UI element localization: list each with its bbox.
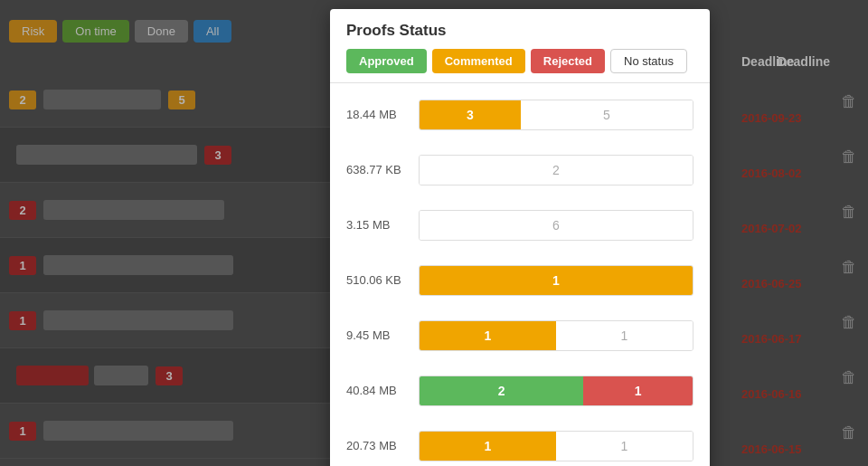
proofs-status-modal: Proofs Status Approved Commented Rejecte… [330,9,710,466]
bar-segment-green: 2 [420,376,583,405]
proof-row: 20.73 MB 1 1 [346,422,693,466]
proof-size: 18.44 MB [346,108,419,121]
bar-segment-orange: 3 [420,100,521,129]
filter-commented-button[interactable]: Commented [432,49,525,73]
proof-row: 40.84 MB 2 1 [346,366,693,414]
proof-row: 510.06 KB 1 [346,256,693,304]
proof-size: 20.73 MB [346,439,419,452]
proof-size: 638.77 KB [346,163,419,176]
proof-bar: 1 1 [419,431,693,461]
bar-segment-empty: 6 [420,211,693,240]
filter-nostatus-button[interactable]: No status [610,49,687,73]
proof-row: 638.77 KB 2 [346,146,693,194]
proof-size: 3.15 MB [346,218,419,232]
modal-filters: Approved Commented Rejected No status [346,49,693,73]
filter-approved-button[interactable]: Approved [346,49,427,73]
bar-segment-orange: 1 [420,432,556,461]
bar-segment-red: 1 [583,376,693,405]
proof-bar: 2 [419,155,693,185]
proof-size: 9.45 MB [346,328,419,342]
proof-row: 18.44 MB 3 5 [346,90,693,138]
bar-segment-empty: 1 [556,432,693,461]
bar-segment-orange: 1 [420,266,693,295]
proof-row: 3.15 MB 6 [346,201,693,249]
bar-segment-empty: 1 [556,321,693,350]
proof-row: 9.45 MB 1 1 [346,311,693,359]
proof-bar: 1 1 [419,320,693,351]
bar-segment-orange: 1 [420,321,556,350]
filter-rejected-button[interactable]: Rejected [531,49,605,73]
modal-header: Proofs Status Approved Commented Rejecte… [330,9,710,83]
modal-title: Proofs Status [346,22,693,40]
proof-bar: 1 [419,265,693,296]
proof-size: 40.84 MB [346,384,419,397]
bar-segment-empty: 2 [420,156,693,185]
proof-size: 510.06 KB [346,273,419,287]
proof-bar: 6 [419,210,693,241]
proof-bar: 3 5 [419,100,693,130]
modal-body: 18.44 MB 3 5 638.77 KB 2 3.15 MB 6 510.0… [330,83,710,466]
bar-segment-empty: 5 [521,100,693,129]
proof-bar: 2 1 [419,376,693,406]
